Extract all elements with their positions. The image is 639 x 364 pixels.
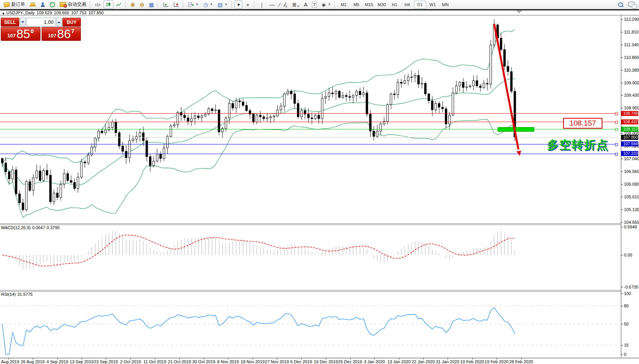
annotation-text[interactable]: 多空转折点 [547, 137, 609, 153]
sell-button[interactable]: SELL [1, 18, 19, 27]
dropdown-caret-icon: ▼ [225, 3, 228, 6]
macd-panel[interactable]: MACD(12,26,9)0.06470.3795 [0, 225, 621, 290]
timeframe-d1[interactable]: D1 [414, 1, 426, 8]
timeframe-h4[interactable]: H4 [401, 1, 413, 8]
tile-windows-icon: ▦ [149, 2, 154, 7]
pane-divider[interactable] [0, 290, 639, 292]
line-end-marker[interactable] [615, 112, 618, 115]
line-chart-mode-button[interactable] [114, 0, 124, 8]
volume-decrease-button[interactable] [20, 18, 25, 27]
timeframe-mn[interactable]: MN [439, 1, 451, 8]
buy-button[interactable]: BUY [62, 18, 81, 27]
community-chat-button[interactable] [626, 0, 637, 8]
timeframe-group: M1M5M15M30H1H4D1W1MN [337, 1, 452, 8]
autotrading-button[interactable]: 自动交易 [58, 0, 88, 8]
new-order-label: 新订单 [11, 1, 25, 8]
date-label-10-Feb-2020: 10 Feb 2020 [460, 359, 484, 364]
line-end-marker[interactable] [615, 128, 618, 131]
search-button[interactable] [616, 0, 625, 8]
line-end-marker[interactable] [615, 121, 618, 124]
arrows-tool-button[interactable]: ◈▼ [320, 0, 333, 8]
line-end-marker[interactable] [615, 153, 618, 156]
price-tick-111.810: 111.810 [621, 30, 639, 34]
cursor-tool-button[interactable]: ➤ [235, 0, 242, 8]
sell-price-main: 85 [17, 28, 30, 40]
price-tick-109.430: 109.430 [621, 93, 639, 97]
tile-windows-button[interactable]: ▦ [147, 0, 156, 8]
price-tick-106.090: 106.090 [621, 182, 639, 186]
crosshair-tool-button[interactable]: ＋ [243, 0, 252, 8]
date-label-18-Nov-2019: 18 Nov 2019 [241, 359, 265, 364]
new-chart-button[interactable]: ▼ [186, 0, 201, 8]
symbol-info: ▴USDJPY-,Daily109.629109.660107.753107.8… [2, 10, 106, 15]
ohlc-close: 107.850 [88, 10, 104, 15]
auto-scroll-button[interactable] [161, 0, 171, 8]
person-icon [40, 2, 45, 7]
timeframe-m15[interactable]: M15 [363, 1, 375, 8]
channel-e-label: E [285, 5, 287, 8]
trendline-tool-button[interactable]: ∕ [277, 0, 282, 8]
timeframe-m30[interactable]: M30 [376, 1, 388, 8]
chart-shift-marker-icon[interactable] [516, 10, 522, 13]
toolbar-separator [231, 1, 233, 8]
date-label-25-Dec-2019: 25 Dec 2019 [338, 359, 362, 364]
chart-shift-button[interactable] [171, 0, 181, 8]
periods-button[interactable]: ◷▼ [201, 0, 215, 8]
signal-icon [50, 2, 55, 7]
line-end-marker[interactable] [615, 143, 618, 146]
timeframe-m5[interactable]: M5 [351, 1, 362, 8]
horizontal-line-107.594[interactable] [0, 144, 618, 144]
price-axis[interactable]: 112.290111.810111.340110.860110.380109.9… [621, 15, 639, 357]
rsi-panel[interactable]: RSI(14)31.5775 [0, 291, 621, 357]
horizontal-line-108.749[interactable] [0, 113, 618, 114]
sell-price-display[interactable]: 107850 [1, 27, 40, 41]
fibonacci-f-label: F [297, 5, 299, 8]
channel-tool-button[interactable]: ∕∕E [283, 0, 289, 8]
price-tick-105.610: 105.610 [621, 195, 639, 199]
market-watch-button[interactable] [28, 0, 38, 8]
horizontal-line-tool-button[interactable]: — [267, 0, 277, 8]
text-label-tool-button[interactable]: T [310, 0, 319, 8]
timeframe-w1[interactable]: W1 [427, 1, 439, 8]
volume-input[interactable] [26, 18, 55, 27]
signals-button[interactable] [48, 0, 57, 8]
buy-price-display[interactable]: 107867 [42, 27, 81, 41]
date-label-30-Oct-2019: 30 Oct 2019 [192, 359, 215, 364]
price-tick-110.860: 110.860 [621, 55, 639, 60]
timeframe-h1[interactable]: H1 [389, 1, 401, 8]
price-tag-label[interactable]: 108.157 [563, 118, 602, 129]
triangle-down-icon [21, 21, 24, 23]
date-label-6-Dec-2019: 6 Dec 2019 [290, 359, 312, 364]
arrows-icon: ◈ [322, 2, 326, 7]
volume-increase-button[interactable] [56, 18, 62, 27]
bar-chart-icon [95, 2, 101, 7]
date-axis[interactable]: 5 Aug 201926 Aug 20194 Sep 201913 Sep 20… [0, 358, 639, 364]
timeframe-m1[interactable]: M1 [338, 1, 350, 8]
pane-divider[interactable] [0, 223, 639, 225]
bar-chart-mode-button[interactable] [93, 0, 103, 8]
text-tool-button[interactable]: A [302, 0, 309, 8]
highlight-bar[interactable] [498, 127, 534, 132]
horizontal-line-107.233[interactable] [0, 154, 618, 154]
buy-price-main: 86 [57, 28, 71, 40]
new-order-button[interactable]: 新订单 [2, 0, 27, 8]
rsi-axis-0: 0 [621, 352, 626, 357]
horizontal-line-107.850[interactable] [0, 137, 618, 138]
chart-shift-icon [173, 2, 179, 7]
strategy-tester-button[interactable] [39, 0, 47, 8]
templates-button[interactable]: ▤▼ [216, 0, 230, 8]
zoom-in-button[interactable]: ⊕ [129, 0, 137, 8]
mt4-window: 新订单 自动交易 ⊕ ⊖ ▦ ▼ [0, 0, 639, 364]
date-label-28-Feb-2020: 28 Feb 2020 [509, 359, 533, 364]
zoom-out-button[interactable]: ⊖ [138, 0, 146, 8]
macd-value-signal: 0.3795 [47, 225, 60, 230]
macd-name: MACD(12,26,9) [1, 225, 30, 230]
text-label-icon: T [312, 2, 317, 8]
main-chart-svg [0, 15, 621, 223]
horizontal-line-108.432[interactable] [0, 122, 618, 122]
candlestick-mode-button[interactable] [104, 0, 113, 8]
vertical-line-tool-button[interactable]: ｜ [257, 0, 267, 8]
fibonacci-tool-button[interactable]: ≣F [290, 0, 301, 8]
new-chart-icon [188, 2, 194, 7]
main-chart-panel[interactable]: 108.157 多空转折点 [0, 15, 621, 223]
